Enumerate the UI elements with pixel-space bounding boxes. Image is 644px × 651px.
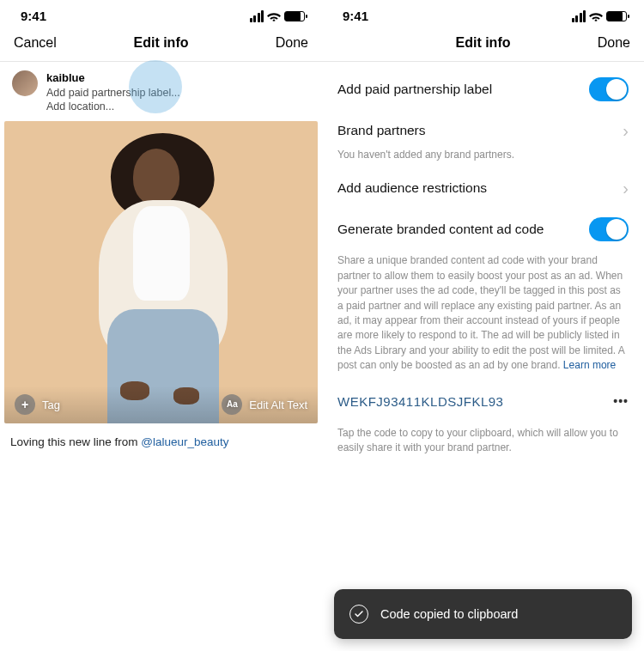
brand-partners-hint: You haven't added any brand partners. [322, 148, 644, 171]
cellular-icon [250, 10, 264, 22]
more-options-button[interactable]: ••• [613, 394, 629, 408]
post-header: kaiblue Add paid partnership label... Ad… [0, 62, 322, 121]
add-location-link[interactable]: Add location... [46, 100, 180, 114]
toast-text: Code copied to clipboard [380, 607, 518, 621]
tag-label: Tag [42, 399, 60, 411]
status-icons [572, 10, 628, 22]
row-audience-restrictions[interactable]: Add audience restrictions › [322, 171, 644, 205]
ad-code-value[interactable]: WEKFJ93411KLDSJFKL93 [337, 394, 503, 409]
battery-icon [284, 11, 305, 21]
description-text: Share a unique branded content ad code w… [337, 254, 624, 371]
toast-copied: Code copied to clipboard [334, 589, 632, 639]
row-generate-ad-code[interactable]: Generate branded content ad code [322, 205, 644, 253]
post-image[interactable]: + Tag Aa Edit Alt Text [4, 121, 318, 423]
row-label: Generate branded content ad code [337, 222, 544, 237]
cellular-icon [572, 10, 586, 22]
username[interactable]: kaiblue [46, 70, 180, 86]
plus-icon: + [15, 394, 35, 415]
row-label: Add audience restrictions [337, 180, 487, 196]
wifi-icon [267, 11, 281, 21]
ad-code-row: WEKFJ93411KLDSJFKL93 ••• [322, 386, 644, 414]
status-bar: 9:41 [0, 0, 322, 27]
page-title: Edit info [456, 35, 511, 51]
image-overlay: + Tag Aa Edit Alt Text [4, 386, 318, 423]
status-bar: 9:41 [322, 0, 644, 27]
learn-more-link[interactable]: Learn more [563, 359, 616, 371]
page-title: Edit info [134, 35, 189, 51]
avatar[interactable] [12, 70, 38, 96]
row-label: Add paid partnership label [337, 82, 492, 97]
generate-ad-code-description: Share a unique branded content ad code w… [322, 253, 644, 385]
chevron-right-icon: › [623, 122, 629, 139]
chevron-right-icon: › [623, 179, 629, 197]
row-label: Brand partners [337, 123, 426, 138]
post-meta: kaiblue Add paid partnership label... Ad… [46, 70, 180, 114]
status-time: 9:41 [343, 9, 368, 23]
wifi-icon [589, 11, 603, 21]
ad-code-hint: Tap the code to copy to your clipboard, … [322, 414, 644, 465]
nav-bar: Cancel Edit info Done [0, 27, 322, 62]
status-time: 9:41 [21, 9, 46, 23]
done-button[interactable]: Done [257, 35, 308, 51]
caption[interactable]: Loving this new line from @lalueur_beaut… [0, 423, 322, 460]
nav-bar: . Edit info Done [322, 27, 644, 62]
add-paid-partnership-link[interactable]: Add paid partnership label... [46, 86, 180, 100]
toggle-generate-ad-code[interactable] [589, 217, 629, 241]
row-paid-partnership-label[interactable]: Add paid partnership label [322, 65, 644, 113]
battery-icon [606, 11, 627, 21]
cancel-button[interactable]: Cancel [14, 35, 65, 51]
screen-edit-post: 9:41 Cancel Edit info Done kaiblue Add p… [0, 0, 322, 651]
toggle-paid-partnership[interactable] [589, 77, 629, 101]
row-brand-partners[interactable]: Brand partners › [322, 113, 644, 148]
alt-text-label: Edit Alt Text [249, 399, 307, 411]
caption-mention[interactable]: @lalueur_beauty [141, 435, 228, 448]
image-content [4, 121, 318, 423]
done-button[interactable]: Done [579, 35, 630, 51]
tag-people-button[interactable]: + Tag [15, 394, 60, 415]
settings-list: Add paid partnership label Brand partner… [322, 62, 644, 464]
aa-icon: Aa [222, 394, 242, 415]
screen-branded-content: 9:41 . Edit info Done Add paid partnersh… [322, 0, 644, 651]
caption-text: Loving this new line from [10, 435, 141, 448]
edit-alt-text-button[interactable]: Aa Edit Alt Text [222, 394, 307, 415]
check-circle-icon [349, 605, 368, 624]
status-icons [250, 10, 306, 22]
